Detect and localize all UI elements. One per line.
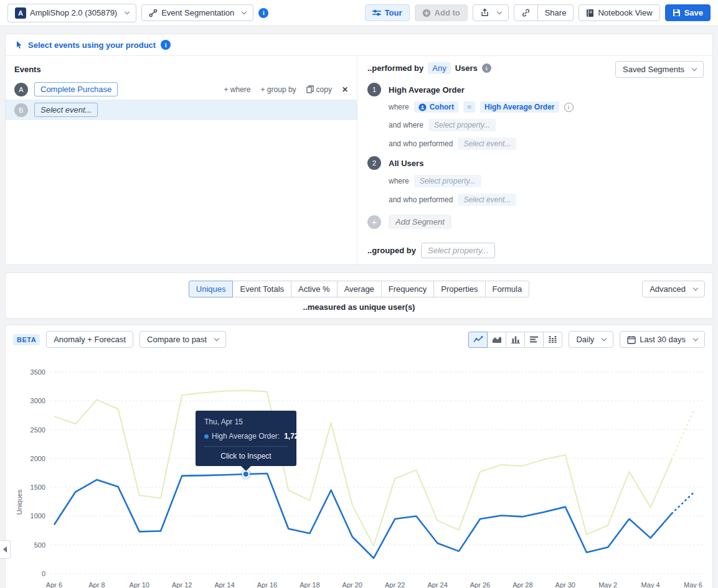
tab-average[interactable]: Average bbox=[337, 281, 382, 297]
date-range-label: Last 30 days bbox=[640, 335, 686, 344]
tab-frequency[interactable]: Frequency bbox=[381, 281, 434, 297]
tab-properties[interactable]: Properties bbox=[433, 281, 485, 297]
tour-button[interactable]: Tour bbox=[365, 4, 410, 21]
add-group-by-button[interactable]: + group by bbox=[261, 85, 296, 94]
select-events-link[interactable]: Select events using your product bbox=[28, 40, 156, 50]
analysis-type-selector[interactable]: Event Segmentation bbox=[141, 4, 253, 21]
measurement-card: UniquesEvent TotalsActive %AverageFreque… bbox=[5, 273, 713, 319]
segment-2: 2 All Users where Select property... and… bbox=[367, 156, 702, 206]
share-button[interactable]: Share bbox=[537, 4, 574, 21]
add-segment-button[interactable]: Add Segment bbox=[389, 215, 451, 229]
chart-type-switcher bbox=[468, 332, 562, 348]
add-segment-plus-icon[interactable]: + bbox=[367, 215, 381, 229]
area-chart-button[interactable] bbox=[487, 332, 506, 348]
collapse-panel-button[interactable] bbox=[0, 540, 11, 559]
cohort-property-chip[interactable]: Cohort bbox=[414, 101, 458, 113]
event-row-a[interactable]: A Complete Purchase + where + group by c… bbox=[6, 79, 357, 100]
anomaly-forecast-label: Anomaly + Forecast bbox=[54, 335, 126, 344]
saved-segments-button[interactable]: Saved Segments bbox=[615, 61, 704, 78]
tooltip-inspect-action[interactable]: Click to Inspect bbox=[204, 452, 288, 460]
project-avatar: A bbox=[15, 7, 26, 19]
link-icon bbox=[521, 8, 531, 17]
chevron-down-icon bbox=[693, 335, 698, 340]
svg-text:500: 500 bbox=[34, 541, 45, 549]
remove-event-button[interactable]: ✕ bbox=[342, 85, 348, 94]
project-name: AmpliShop 2.0 (305879) bbox=[30, 8, 117, 17]
horizontal-bar-button[interactable] bbox=[524, 332, 544, 348]
compare-to-past-button[interactable]: Compare to past bbox=[139, 331, 226, 348]
tab-uniques[interactable]: Uniques bbox=[189, 281, 234, 297]
info-icon[interactable]: i bbox=[161, 40, 171, 50]
svg-text:Apr 16: Apr 16 bbox=[257, 581, 277, 588]
performed-by-label: ..performed by bbox=[367, 63, 423, 73]
interval-label: Daily bbox=[576, 335, 594, 344]
svg-text:3000: 3000 bbox=[31, 397, 45, 404]
tooltip-value: 1,729 bbox=[284, 432, 303, 441]
event-badge-a: A bbox=[14, 83, 28, 96]
event-segmentation-icon bbox=[149, 9, 158, 17]
info-icon[interactable]: i bbox=[482, 63, 491, 73]
any-selector[interactable]: Any bbox=[428, 62, 450, 74]
calendar-icon bbox=[627, 335, 636, 344]
select-event-chip[interactable]: Select event... bbox=[458, 138, 516, 150]
svg-text:May 4: May 4 bbox=[641, 581, 660, 588]
events-panel: Events A Complete Purchase + where + gro… bbox=[6, 56, 357, 264]
segment-1-name[interactable]: High Average Order bbox=[389, 85, 465, 95]
select-events-header: Select events using your product i bbox=[6, 34, 712, 56]
svg-text:Apr 26: Apr 26 bbox=[470, 581, 490, 588]
area-chart-icon bbox=[492, 335, 502, 343]
segment-2-name[interactable]: All Users bbox=[389, 159, 423, 168]
copy-icon bbox=[306, 85, 314, 93]
interval-button[interactable]: Daily bbox=[569, 331, 613, 348]
chevron-down-icon bbox=[214, 335, 219, 340]
svg-text:Apr 20: Apr 20 bbox=[342, 581, 362, 588]
advanced-button[interactable]: Advanced bbox=[642, 281, 705, 297]
who-performed-label: and who performed bbox=[389, 139, 453, 148]
svg-text:Apr 8: Apr 8 bbox=[88, 581, 105, 588]
add-to-button[interactable]: Add to bbox=[415, 4, 468, 21]
bar-chart-button[interactable] bbox=[506, 332, 525, 348]
info-icon[interactable]: i bbox=[258, 8, 268, 18]
svg-text:Apr 10: Apr 10 bbox=[130, 581, 149, 588]
users-label: Users bbox=[455, 63, 478, 73]
cohort-value-chip[interactable]: High Average Order bbox=[480, 101, 559, 113]
svg-text:Apr 6: Apr 6 bbox=[46, 581, 62, 588]
line-chart[interactable]: 0500100015002000250030003500Apr 6Apr 8Ap… bbox=[6, 350, 712, 588]
select-event-chip[interactable]: Select event... bbox=[458, 194, 516, 206]
copy-link-button[interactable] bbox=[514, 4, 538, 21]
line-chart-icon bbox=[473, 335, 483, 343]
export-button[interactable] bbox=[473, 4, 509, 21]
chevron-down-icon bbox=[693, 285, 698, 290]
svg-text:Apr 30: Apr 30 bbox=[555, 581, 575, 588]
project-selector[interactable]: A AmpliShop 2.0 (305879) bbox=[7, 4, 136, 22]
line-chart-button[interactable] bbox=[468, 332, 488, 348]
beta-badge: BETA bbox=[13, 334, 40, 345]
measurement-tabs: UniquesEvent TotalsActive %AverageFreque… bbox=[189, 281, 529, 297]
save-button[interactable]: Save bbox=[665, 4, 711, 21]
copy-event-button[interactable]: copy bbox=[306, 85, 332, 94]
segment-1: 1 High Average Order where Cohort = High… bbox=[367, 83, 702, 150]
stacked-chart-button[interactable] bbox=[543, 332, 562, 348]
select-property-chip[interactable]: Select property... bbox=[414, 175, 481, 187]
svg-text:Apr 14: Apr 14 bbox=[214, 581, 234, 588]
date-range-button[interactable]: Last 30 days bbox=[620, 331, 705, 348]
anomaly-forecast-button[interactable]: Anomaly + Forecast bbox=[46, 331, 133, 348]
event-select-b[interactable]: Select event... bbox=[34, 103, 98, 117]
select-property-chip[interactable]: Select property... bbox=[428, 119, 496, 131]
tab-formula[interactable]: Formula bbox=[485, 281, 530, 297]
grouped-by-input[interactable]: Select property... bbox=[421, 243, 495, 258]
tab-event-totals[interactable]: Event Totals bbox=[232, 281, 291, 297]
notebook-view-button[interactable]: Notebook View bbox=[579, 4, 659, 21]
notebook-icon bbox=[586, 9, 594, 17]
info-icon[interactable]: i bbox=[564, 103, 574, 112]
chart-area[interactable]: Uniques 0500100015002000250030003500Apr … bbox=[6, 350, 712, 588]
svg-text:2000: 2000 bbox=[31, 455, 45, 462]
operator-chip[interactable]: = bbox=[463, 101, 475, 113]
export-icon bbox=[480, 8, 489, 17]
bar-chart-icon bbox=[511, 335, 521, 343]
event-select-a[interactable]: Complete Purchase bbox=[34, 82, 118, 96]
event-row-b[interactable]: B Select event... bbox=[6, 100, 357, 120]
chevron-down-icon bbox=[125, 9, 130, 14]
tab-active-[interactable]: Active % bbox=[291, 281, 338, 297]
add-where-button[interactable]: + where bbox=[224, 85, 251, 94]
